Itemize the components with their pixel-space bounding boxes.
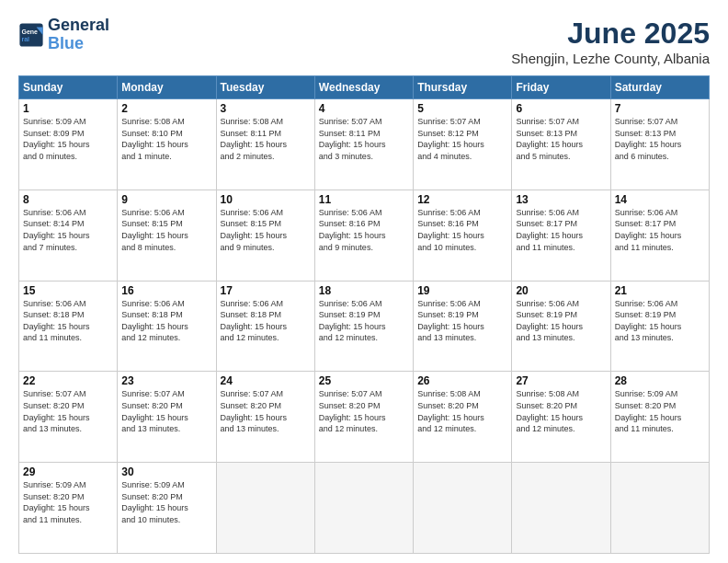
day-number: 18 bbox=[319, 284, 409, 297]
day-cell: 19 Sunrise: 5:06 AMSunset: 8:19 PMDaylig… bbox=[414, 281, 512, 372]
day-number: 27 bbox=[516, 374, 606, 387]
day-info: Sunrise: 5:06 AMSunset: 8:15 PMDaylight:… bbox=[121, 207, 211, 253]
day-cell: 16 Sunrise: 5:06 AMSunset: 8:18 PMDaylig… bbox=[118, 281, 216, 372]
logo: Gene ral General Blue bbox=[18, 17, 109, 53]
day-cell: 29 Sunrise: 5:09 AMSunset: 8:20 PMDaylig… bbox=[19, 463, 118, 554]
day-cell: 14 Sunrise: 5:06 AMSunset: 8:17 PMDaylig… bbox=[610, 190, 709, 281]
table-row: 22 Sunrise: 5:07 AMSunset: 8:20 PMDaylig… bbox=[19, 372, 710, 463]
day-number: 28 bbox=[615, 374, 705, 387]
calendar: Sunday Monday Tuesday Wednesday Thursday… bbox=[18, 75, 710, 554]
day-info: Sunrise: 5:06 AMSunset: 8:16 PMDaylight:… bbox=[417, 207, 507, 253]
day-cell: 7 Sunrise: 5:07 AMSunset: 8:13 PMDayligh… bbox=[610, 99, 709, 190]
day-number: 23 bbox=[121, 374, 211, 387]
day-number: 12 bbox=[417, 193, 507, 206]
header: Gene ral General Blue June 2025 Shengjin… bbox=[18, 17, 710, 66]
day-info: Sunrise: 5:07 AMSunset: 8:12 PMDaylight:… bbox=[417, 116, 507, 162]
day-info: Sunrise: 5:07 AMSunset: 8:20 PMDaylight:… bbox=[319, 388, 409, 434]
day-cell: 1 Sunrise: 5:09 AMSunset: 8:09 PMDayligh… bbox=[19, 99, 118, 190]
day-cell: 6 Sunrise: 5:07 AMSunset: 8:13 PMDayligh… bbox=[512, 99, 610, 190]
day-number: 19 bbox=[417, 284, 507, 297]
day-cell: 26 Sunrise: 5:08 AMSunset: 8:20 PMDaylig… bbox=[414, 372, 512, 463]
day-info: Sunrise: 5:06 AMSunset: 8:19 PMDaylight:… bbox=[319, 298, 409, 344]
day-number: 2 bbox=[121, 102, 211, 115]
table-row: 1 Sunrise: 5:09 AMSunset: 8:09 PMDayligh… bbox=[19, 99, 710, 190]
day-info: Sunrise: 5:07 AMSunset: 8:20 PMDaylight:… bbox=[121, 388, 211, 434]
day-cell: 17 Sunrise: 5:06 AMSunset: 8:18 PMDaylig… bbox=[216, 281, 314, 372]
day-number: 11 bbox=[319, 193, 409, 206]
day-cell: 21 Sunrise: 5:06 AMSunset: 8:19 PMDaylig… bbox=[610, 281, 709, 372]
table-row: 29 Sunrise: 5:09 AMSunset: 8:20 PMDaylig… bbox=[19, 463, 710, 554]
day-info: Sunrise: 5:06 AMSunset: 8:17 PMDaylight:… bbox=[615, 207, 705, 253]
day-number: 29 bbox=[23, 465, 113, 478]
calendar-header-row: Sunday Monday Tuesday Wednesday Thursday… bbox=[19, 76, 710, 99]
day-info: Sunrise: 5:07 AMSunset: 8:20 PMDaylight:… bbox=[23, 388, 113, 434]
day-number: 26 bbox=[417, 374, 507, 387]
day-cell: 18 Sunrise: 5:06 AMSunset: 8:19 PMDaylig… bbox=[314, 281, 413, 372]
day-cell-empty bbox=[414, 463, 512, 554]
svg-rect-0 bbox=[19, 23, 42, 46]
day-number: 10 bbox=[221, 193, 311, 206]
day-number: 13 bbox=[516, 193, 606, 206]
day-cell: 27 Sunrise: 5:08 AMSunset: 8:20 PMDaylig… bbox=[512, 372, 610, 463]
day-number: 17 bbox=[221, 284, 311, 297]
logo-line1: General bbox=[48, 17, 109, 35]
day-info: Sunrise: 5:06 AMSunset: 8:16 PMDaylight:… bbox=[319, 207, 409, 253]
header-wednesday: Wednesday bbox=[314, 76, 413, 99]
day-cell: 15 Sunrise: 5:06 AMSunset: 8:18 PMDaylig… bbox=[19, 281, 118, 372]
location-title: Shengjin, Lezhe County, Albania bbox=[511, 51, 710, 66]
day-number: 15 bbox=[23, 284, 113, 297]
day-cell: 25 Sunrise: 5:07 AMSunset: 8:20 PMDaylig… bbox=[314, 372, 413, 463]
day-number: 3 bbox=[221, 102, 311, 115]
day-number: 5 bbox=[417, 102, 507, 115]
day-cell: 9 Sunrise: 5:06 AMSunset: 8:15 PMDayligh… bbox=[118, 190, 216, 281]
table-row: 8 Sunrise: 5:06 AMSunset: 8:14 PMDayligh… bbox=[19, 190, 710, 281]
day-info: Sunrise: 5:07 AMSunset: 8:13 PMDaylight:… bbox=[516, 116, 606, 162]
day-info: Sunrise: 5:09 AMSunset: 8:20 PMDaylight:… bbox=[23, 479, 113, 525]
day-cell: 24 Sunrise: 5:07 AMSunset: 8:20 PMDaylig… bbox=[216, 372, 314, 463]
day-cell: 10 Sunrise: 5:06 AMSunset: 8:15 PMDaylig… bbox=[216, 190, 314, 281]
header-sunday: Sunday bbox=[19, 76, 118, 99]
day-info: Sunrise: 5:06 AMSunset: 8:19 PMDaylight:… bbox=[615, 298, 705, 344]
day-cell: 12 Sunrise: 5:06 AMSunset: 8:16 PMDaylig… bbox=[414, 190, 512, 281]
day-number: 8 bbox=[23, 193, 113, 206]
day-cell: 23 Sunrise: 5:07 AMSunset: 8:20 PMDaylig… bbox=[118, 372, 216, 463]
day-cell: 28 Sunrise: 5:09 AMSunset: 8:20 PMDaylig… bbox=[610, 372, 709, 463]
day-info: Sunrise: 5:07 AMSunset: 8:20 PMDaylight:… bbox=[221, 388, 311, 434]
logo-line2: Blue bbox=[48, 35, 109, 53]
day-info: Sunrise: 5:07 AMSunset: 8:11 PMDaylight:… bbox=[319, 116, 409, 162]
day-cell-empty bbox=[314, 463, 413, 554]
day-info: Sunrise: 5:06 AMSunset: 8:18 PMDaylight:… bbox=[23, 298, 113, 344]
day-info: Sunrise: 5:08 AMSunset: 8:10 PMDaylight:… bbox=[121, 116, 211, 162]
day-number: 22 bbox=[23, 374, 113, 387]
svg-text:Gene: Gene bbox=[22, 28, 39, 34]
day-cell: 8 Sunrise: 5:06 AMSunset: 8:14 PMDayligh… bbox=[19, 190, 118, 281]
header-monday: Monday bbox=[118, 76, 216, 99]
table-row: 15 Sunrise: 5:06 AMSunset: 8:18 PMDaylig… bbox=[19, 281, 710, 372]
header-tuesday: Tuesday bbox=[216, 76, 314, 99]
day-info: Sunrise: 5:06 AMSunset: 8:18 PMDaylight:… bbox=[121, 298, 211, 344]
day-info: Sunrise: 5:08 AMSunset: 8:11 PMDaylight:… bbox=[221, 116, 311, 162]
header-saturday: Saturday bbox=[610, 76, 709, 99]
day-number: 21 bbox=[615, 284, 705, 297]
day-number: 1 bbox=[23, 102, 113, 115]
day-number: 6 bbox=[516, 102, 606, 115]
day-info: Sunrise: 5:06 AMSunset: 8:15 PMDaylight:… bbox=[221, 207, 311, 253]
day-info: Sunrise: 5:07 AMSunset: 8:13 PMDaylight:… bbox=[615, 116, 705, 162]
day-cell-empty bbox=[610, 463, 709, 554]
day-info: Sunrise: 5:06 AMSunset: 8:19 PMDaylight:… bbox=[417, 298, 507, 344]
header-friday: Friday bbox=[512, 76, 610, 99]
day-number: 16 bbox=[121, 284, 211, 297]
day-number: 20 bbox=[516, 284, 606, 297]
day-info: Sunrise: 5:08 AMSunset: 8:20 PMDaylight:… bbox=[417, 388, 507, 434]
day-info: Sunrise: 5:06 AMSunset: 8:18 PMDaylight:… bbox=[221, 298, 311, 344]
day-cell: 22 Sunrise: 5:07 AMSunset: 8:20 PMDaylig… bbox=[19, 372, 118, 463]
day-cell: 20 Sunrise: 5:06 AMSunset: 8:19 PMDaylig… bbox=[512, 281, 610, 372]
day-number: 9 bbox=[121, 193, 211, 206]
month-title: June 2025 bbox=[511, 17, 710, 51]
day-number: 7 bbox=[615, 102, 705, 115]
header-thursday: Thursday bbox=[414, 76, 512, 99]
day-info: Sunrise: 5:08 AMSunset: 8:20 PMDaylight:… bbox=[516, 388, 606, 434]
logo-icon: Gene ral bbox=[18, 22, 44, 48]
day-cell: 5 Sunrise: 5:07 AMSunset: 8:12 PMDayligh… bbox=[414, 99, 512, 190]
day-number: 30 bbox=[121, 465, 211, 478]
